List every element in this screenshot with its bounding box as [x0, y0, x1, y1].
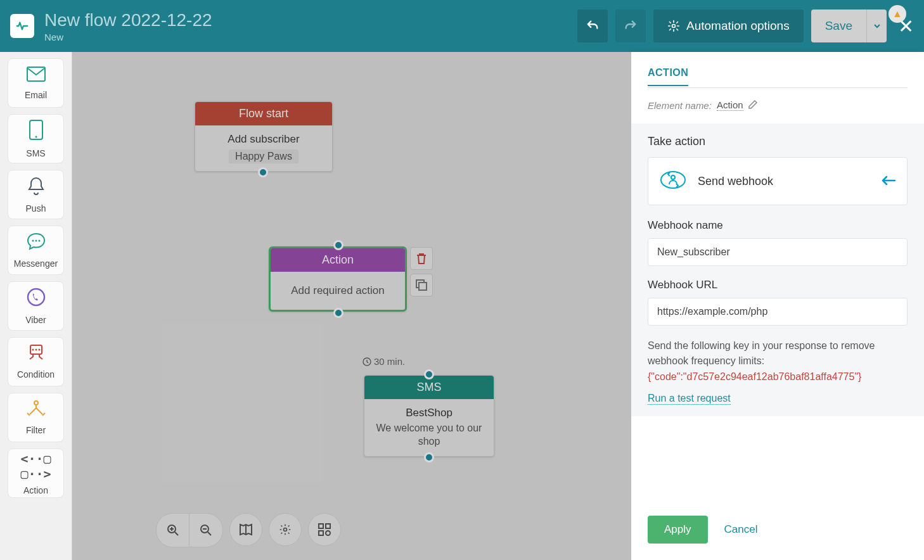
redo-button[interactable] — [615, 10, 646, 42]
block-sidebar: Email SMS Push Messenger Viber — [0, 52, 72, 560]
condition-icon — [27, 345, 46, 366]
test-request-link[interactable]: Run a test request — [648, 393, 731, 405]
messenger-icon — [27, 232, 46, 255]
webhook-icon — [660, 167, 686, 196]
webhook-hint: Send the following key in your response … — [648, 338, 908, 369]
webhook-url-label: Webhook URL — [648, 279, 908, 291]
action-type-selector[interactable]: Send webhook — [648, 157, 908, 205]
pencil-icon — [748, 100, 757, 109]
svg-point-6 — [38, 239, 40, 241]
sidebar-item-condition[interactable]: Condition — [8, 337, 64, 386]
undo-icon — [586, 19, 600, 33]
svg-point-3 — [35, 136, 37, 137]
app-header: New flow 2022-12-22 New Automation optio… — [0, 0, 924, 52]
filter-icon — [25, 400, 47, 421]
action-icon: <··▢▢··> — [20, 451, 51, 481]
take-action-label: Take action — [648, 135, 908, 148]
svg-point-0 — [672, 25, 676, 28]
pulse-icon — [15, 19, 29, 33]
sidebar-item-push[interactable]: Push — [8, 170, 64, 219]
svg-point-12 — [34, 401, 38, 405]
svg-point-24 — [671, 175, 675, 179]
element-name-value[interactable]: Action — [717, 99, 743, 111]
warning-badge[interactable]: ▲ — [889, 5, 906, 23]
undo-button[interactable] — [577, 10, 608, 42]
webhook-name-input[interactable] — [648, 238, 908, 266]
webhook-code: {"code":"d7c57e2c94eaf12ab76baf81affa477… — [648, 371, 908, 383]
flow-canvas[interactable]: Flow start Add subscriber Happy Paws Act… — [72, 52, 631, 560]
automation-options-button[interactable]: Automation options — [653, 10, 804, 42]
cancel-button[interactable]: Cancel — [724, 523, 758, 536]
svg-point-7 — [28, 289, 44, 305]
webhook-url-input[interactable] — [648, 298, 908, 326]
sidebar-item-messenger[interactable]: Messenger — [8, 226, 64, 275]
svg-point-11 — [38, 348, 40, 350]
save-dropdown-button[interactable] — [866, 10, 887, 42]
edit-name-button[interactable] — [748, 100, 757, 111]
panel-tab-action[interactable]: ACTION — [648, 67, 688, 86]
back-arrow-icon — [882, 174, 895, 189]
redo-icon — [624, 19, 638, 33]
svg-point-9 — [32, 348, 34, 350]
webhook-name-label: Webhook name — [648, 219, 908, 232]
element-name-row: Element name: Action — [648, 99, 908, 111]
app-logo — [10, 14, 34, 38]
page-title: New flow 2022-12-22 — [44, 10, 577, 30]
gear-icon — [667, 20, 680, 32]
push-icon — [27, 176, 45, 200]
svg-point-4 — [32, 239, 34, 241]
sidebar-item-sms[interactable]: SMS — [8, 114, 64, 163]
viber-icon — [27, 288, 46, 311]
apply-button[interactable]: Apply — [648, 516, 708, 544]
svg-point-5 — [35, 239, 37, 241]
svg-point-10 — [35, 348, 37, 350]
action-panel: ACTION Element name: Action Take action … — [631, 52, 924, 560]
save-button[interactable]: Save — [811, 10, 866, 42]
sidebar-item-viber[interactable]: Viber — [8, 281, 64, 331]
chevron-down-icon — [874, 23, 880, 29]
sidebar-item-action[interactable]: <··▢▢··> Action — [8, 449, 64, 498]
sidebar-item-filter[interactable]: Filter — [8, 393, 64, 442]
email-icon — [27, 67, 46, 86]
sidebar-item-email[interactable]: Email — [8, 58, 64, 108]
page-subtitle: New — [44, 32, 577, 42]
sms-icon — [29, 120, 43, 144]
